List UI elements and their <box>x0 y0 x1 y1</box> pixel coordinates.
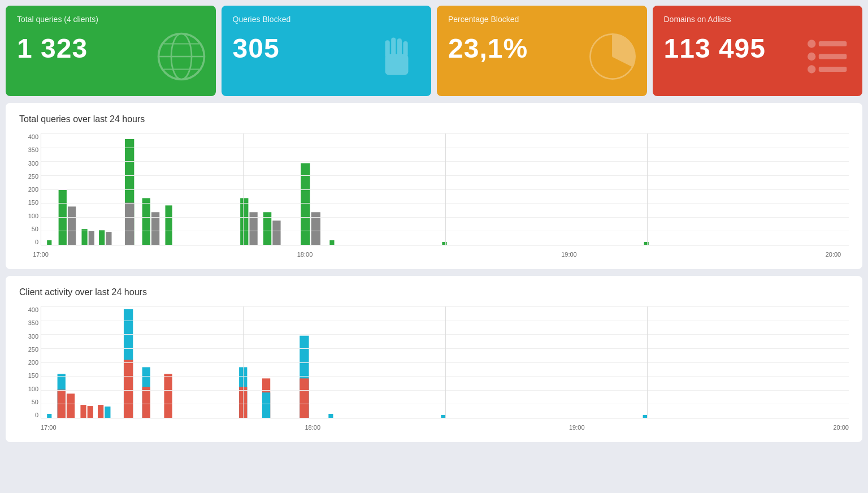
y1-label-250: 250 <box>28 173 38 180</box>
svg-rect-23 <box>89 231 94 245</box>
y2-label-100: 100 <box>28 386 38 392</box>
y2-label-200: 200 <box>28 359 38 366</box>
percentage-blocked-title: Percentage Blocked <box>448 15 636 24</box>
y2-label-150: 150 <box>28 372 38 379</box>
y1-label-350: 350 <box>28 146 38 153</box>
y2-label-300: 300 <box>28 333 38 340</box>
svg-rect-51 <box>142 387 150 418</box>
svg-rect-47 <box>105 406 110 418</box>
y1-label-300: 300 <box>28 160 38 167</box>
svg-rect-43 <box>67 393 75 418</box>
svg-rect-27 <box>125 202 134 245</box>
svg-rect-28 <box>142 198 150 245</box>
svg-rect-56 <box>262 392 270 418</box>
svg-rect-59 <box>328 414 333 418</box>
svg-rect-24 <box>99 230 105 245</box>
svg-rect-36 <box>311 212 320 245</box>
svg-rect-29 <box>151 212 159 245</box>
svg-rect-21 <box>68 206 76 245</box>
y1-label-0: 0 <box>35 239 38 245</box>
svg-rect-30 <box>165 205 172 245</box>
total-queries-card: Total queries (4 clients) 1 323 <box>6 6 216 96</box>
x2-label-18: 18:00 <box>305 424 320 431</box>
svg-rect-7 <box>391 37 396 56</box>
y1-label-200: 200 <box>28 186 38 193</box>
y2-label-250: 250 <box>28 346 38 353</box>
svg-rect-58 <box>300 378 309 418</box>
total-queries-title: Total queries (4 clients) <box>17 15 205 24</box>
y1-label-150: 150 <box>28 199 38 206</box>
svg-rect-34 <box>272 220 280 245</box>
svg-point-13 <box>808 40 815 47</box>
svg-rect-18 <box>819 67 847 72</box>
x1-label-20: 20:00 <box>826 251 841 258</box>
svg-point-17 <box>808 65 815 73</box>
svg-rect-52 <box>164 374 172 418</box>
x2-label-19: 19:00 <box>569 424 585 431</box>
x1-label-17: 17:00 <box>33 251 49 258</box>
svg-rect-40 <box>47 414 51 418</box>
svg-rect-32 <box>249 212 257 245</box>
svg-rect-42 <box>58 390 66 418</box>
queries-blocked-title: Queries Blocked <box>233 15 420 24</box>
y1-label-100: 100 <box>28 213 38 219</box>
client-activity-chart-panel: Client activity over last 24 hours 400 3… <box>6 276 862 442</box>
x2-label-17: 17:00 <box>41 424 57 431</box>
svg-rect-45 <box>88 406 93 418</box>
chart1-title: Total queries over last 24 hours <box>19 114 849 124</box>
stat-cards-row: Total queries (4 clients) 1 323 Queries … <box>6 6 862 96</box>
y2-label-350: 350 <box>28 319 38 326</box>
svg-point-15 <box>808 53 815 60</box>
svg-rect-22 <box>81 229 87 245</box>
svg-rect-19 <box>47 240 51 245</box>
svg-rect-37 <box>329 240 334 245</box>
domains-adlists-title: Domains on Adlists <box>664 15 852 24</box>
svg-rect-33 <box>263 212 271 245</box>
x2-label-20: 20:00 <box>833 424 849 431</box>
globe-icon <box>156 31 207 89</box>
svg-rect-16 <box>819 54 847 59</box>
percentage-blocked-card: Percentage Blocked 23,1% <box>437 6 647 96</box>
x1-label-19: 19:00 <box>561 251 577 258</box>
svg-rect-44 <box>80 405 86 418</box>
svg-rect-35 <box>301 163 310 245</box>
svg-rect-14 <box>819 41 847 46</box>
list-icon <box>802 31 853 89</box>
y1-label-400: 400 <box>28 133 38 140</box>
pie-icon <box>587 31 638 89</box>
svg-rect-49 <box>124 360 133 418</box>
y2-label-400: 400 <box>28 306 38 313</box>
svg-rect-39 <box>644 242 649 245</box>
y2-label-50: 50 <box>32 399 38 405</box>
svg-rect-8 <box>397 38 402 56</box>
chart2-title: Client activity over last 24 hours <box>19 287 849 297</box>
queries-blocked-card: Queries Blocked 305 <box>222 6 432 96</box>
domains-adlists-card: Domains on Adlists 113 495 <box>653 6 863 96</box>
svg-rect-6 <box>385 40 390 58</box>
x1-label-18: 18:00 <box>297 251 313 258</box>
y2-label-0: 0 <box>35 412 38 418</box>
hand-icon <box>371 31 422 89</box>
svg-rect-25 <box>106 232 111 245</box>
svg-rect-31 <box>240 198 248 245</box>
svg-rect-9 <box>403 41 407 57</box>
svg-rect-20 <box>59 189 67 245</box>
y1-label-50: 50 <box>32 226 38 232</box>
svg-rect-46 <box>98 405 103 418</box>
svg-rect-38 <box>442 242 446 245</box>
total-queries-chart-panel: Total queries over last 24 hours 400 350… <box>6 103 862 269</box>
